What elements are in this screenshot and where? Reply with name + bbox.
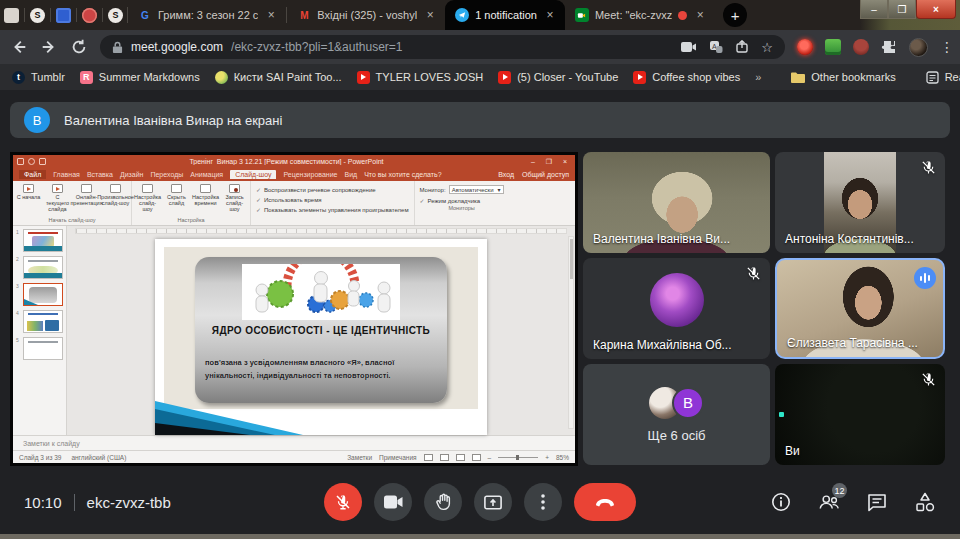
save-icon[interactable]: [17, 158, 24, 165]
pinned-tab-image-icon[interactable]: [4, 8, 19, 23]
present-online-button[interactable]: Онлайн-презентация: [73, 182, 100, 206]
raise-hand-button[interactable]: [424, 483, 462, 521]
extension-green-sprite-icon[interactable]: [825, 39, 841, 55]
editor-scrollbar[interactable]: [568, 236, 574, 429]
camera-in-use-icon[interactable]: [681, 41, 697, 53]
close-tab-icon[interactable]: ×: [543, 8, 557, 22]
tab-gmail[interactable]: M Вхідні (325) - voshyl ×: [287, 0, 445, 30]
record-slideshow-button[interactable]: Запись слайд-шоу: [221, 182, 248, 212]
zoom-level[interactable]: 85%: [556, 454, 569, 461]
menu-design[interactable]: Дизайн: [120, 171, 144, 178]
zoom-slider[interactable]: [498, 457, 538, 458]
ppt-minimize-button[interactable]: –: [527, 158, 539, 165]
slide-thumbnail-4[interactable]: 4: [16, 310, 64, 333]
scrollbar-knob[interactable]: [570, 239, 573, 279]
camera-button[interactable]: [374, 483, 412, 521]
slide-thumbnail-5[interactable]: 5: [16, 337, 64, 360]
menu-view[interactable]: Вид: [345, 171, 358, 178]
comments-toggle[interactable]: Примечания: [379, 454, 417, 461]
browser-profile-avatar[interactable]: [909, 38, 928, 57]
tab-grimm[interactable]: G Гримм: 3 сезон 22 с ×: [128, 0, 286, 30]
pinned-tab-blue-grid-icon[interactable]: [56, 8, 71, 23]
menu-home[interactable]: Главная: [53, 171, 80, 178]
custom-slideshow-button[interactable]: Произвольное слайд-шоу: [102, 182, 129, 206]
hide-slide-button[interactable]: Скрыть слайд: [163, 182, 190, 206]
present-screen-button[interactable]: [474, 483, 512, 521]
menu-animations[interactable]: Анимация: [190, 171, 223, 178]
tile-valentyna[interactable]: Валентина Іванівна Ви...: [583, 152, 770, 253]
share-button[interactable]: Общий доступ: [522, 171, 569, 178]
tile-more-participants[interactable]: B Ще 6 осіб: [583, 364, 770, 465]
from-beginning-button[interactable]: С начала: [15, 182, 42, 200]
language-indicator[interactable]: английский (США): [71, 454, 126, 461]
show-media-controls-checkbox[interactable]: ✓Показывать элементы управления проигрыв…: [256, 206, 409, 213]
tile-antonina[interactable]: Антоніна Костянтинів...: [775, 152, 945, 253]
reading-view-icon[interactable]: [456, 454, 465, 461]
tile-you[interactable]: Ви: [775, 364, 945, 465]
ppt-restore-button[interactable]: ❐: [543, 158, 555, 166]
restore-window-button[interactable]: ❐: [888, 0, 916, 19]
signin-link[interactable]: Вход: [498, 171, 514, 178]
bookmark-tumblr[interactable]: tTumblr: [12, 71, 65, 84]
reload-icon[interactable]: [70, 38, 88, 56]
bookmark-coffee-shop-vibes[interactable]: Coffee shop vibes: [633, 71, 740, 84]
browser-menu-icon[interactable]: ⋮: [940, 42, 950, 52]
play-narrations-checkbox[interactable]: ✓Воспроизвести речевое сопровождение: [256, 186, 409, 193]
notes-toggle[interactable]: Заметки: [347, 454, 372, 461]
participants-button[interactable]: 12: [818, 491, 840, 513]
pinned-tab-globe-icon[interactable]: S: [30, 8, 45, 23]
tab-telegram-active[interactable]: 1 notification ×: [445, 0, 565, 30]
tile-yelyzaveta-speaking[interactable]: Єлизавета Тарасівна ...: [775, 258, 945, 359]
tile-karyna[interactable]: Карина Михайлівна Об...: [583, 258, 770, 359]
undo-icon[interactable]: [28, 158, 35, 165]
share-icon[interactable]: [735, 40, 749, 54]
tab-meet[interactable]: Meet: "ekc-zvxz ×: [565, 0, 715, 30]
setup-slideshow-button[interactable]: Настройка слайд-шоу: [134, 182, 161, 212]
menu-slideshow-active[interactable]: Слайд-шоу: [230, 170, 276, 179]
menu-review[interactable]: Рецензирование: [283, 171, 337, 178]
mic-muted-button[interactable]: [324, 483, 362, 521]
new-tab-button[interactable]: +: [723, 3, 747, 27]
bookmark-summer-markdowns[interactable]: RSummer Markdowns: [80, 71, 200, 84]
bookmark-tyler-loves-josh[interactable]: TYLER LOVES JOSH: [357, 71, 484, 84]
zoom-out-icon[interactable]: –: [488, 454, 492, 461]
bookmark-sai-brushes[interactable]: Кисти SAI Paint Too...: [215, 71, 342, 84]
zoom-in-icon[interactable]: +: [545, 454, 549, 461]
presenter-view-checkbox[interactable]: ✓Режим докладчика: [420, 197, 504, 204]
slide-thumbnail-1[interactable]: 1: [16, 229, 64, 252]
other-bookmarks-button[interactable]: Other bookmarks: [791, 71, 895, 83]
meeting-details-button[interactable]: [770, 491, 792, 513]
translate-icon[interactable]: A: [709, 40, 723, 54]
from-current-slide-button[interactable]: С текущего слайда: [44, 182, 71, 212]
leave-call-button[interactable]: [574, 483, 636, 521]
bookmark-closer-youtube[interactable]: (5) Closer - YouTube: [498, 71, 618, 84]
forward-icon[interactable]: [40, 38, 58, 56]
chat-button[interactable]: [866, 491, 888, 513]
pinned-tab-red-circle-icon[interactable]: [82, 8, 97, 23]
back-icon[interactable]: [10, 38, 28, 56]
menu-transitions[interactable]: Переходы: [150, 171, 183, 178]
extensions-puzzle-icon[interactable]: [881, 39, 897, 55]
pinned-tab-globe2-icon[interactable]: S: [108, 8, 123, 23]
use-timings-checkbox[interactable]: ✓Использовать время: [256, 196, 409, 203]
notes-pane[interactable]: Заметки к слайду: [13, 435, 575, 450]
current-slide[interactable]: ЯДРО ОСОБИСТОСТІ - ЦЕ ІДЕНТИЧНІСТЬ пов'я…: [155, 239, 487, 435]
menu-insert[interactable]: Вставка: [87, 171, 113, 178]
normal-view-icon[interactable]: [424, 454, 433, 461]
shared-screen[interactable]: Тренінг_Винар 3 12.21 [Режим совместимос…: [10, 152, 578, 466]
activities-button[interactable]: [914, 491, 936, 513]
address-bar[interactable]: meet.google.com/ekc-zvxz-tbb?pli=1&authu…: [100, 35, 785, 59]
slide-thumbnail-panel[interactable]: 1 2 3 4 5: [13, 226, 67, 435]
bookmark-star-icon[interactable]: ☆: [761, 40, 773, 55]
monitor-dropdown[interactable]: Автоматически▾: [449, 185, 504, 194]
slide-thumbnail-2[interactable]: 2: [16, 256, 64, 279]
rehearse-timings-button[interactable]: Настройка времени: [192, 182, 219, 206]
close-tab-icon[interactable]: ×: [423, 8, 437, 22]
zoom-slider-knob[interactable]: [516, 455, 519, 460]
close-tab-icon[interactable]: ×: [693, 8, 707, 22]
minimize-window-button[interactable]: –: [860, 0, 888, 19]
extension-recorder-icon[interactable]: [797, 39, 813, 55]
more-options-button[interactable]: [524, 483, 562, 521]
start-slideshow-icon[interactable]: [39, 158, 46, 165]
close-tab-icon[interactable]: ×: [264, 8, 278, 22]
